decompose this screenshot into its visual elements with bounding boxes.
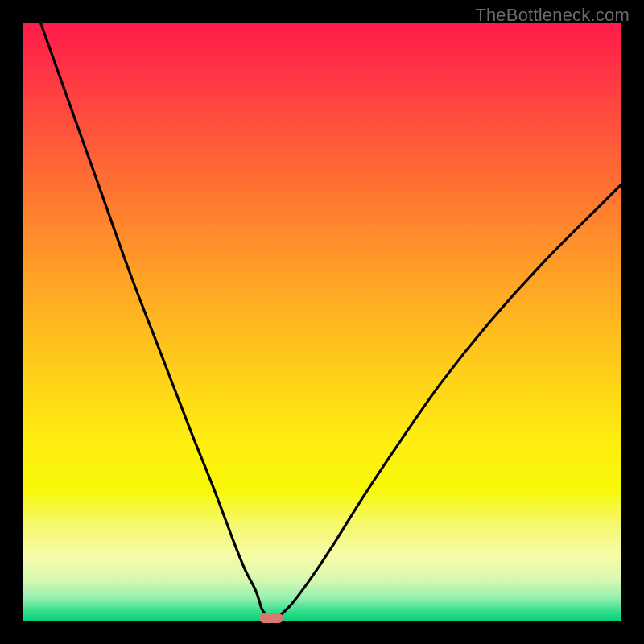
plot-area	[23, 23, 621, 621]
watermark-text: TheBottleneck.com	[475, 5, 630, 26]
minimum-marker	[259, 613, 283, 623]
bottleneck-curve	[23, 23, 621, 621]
